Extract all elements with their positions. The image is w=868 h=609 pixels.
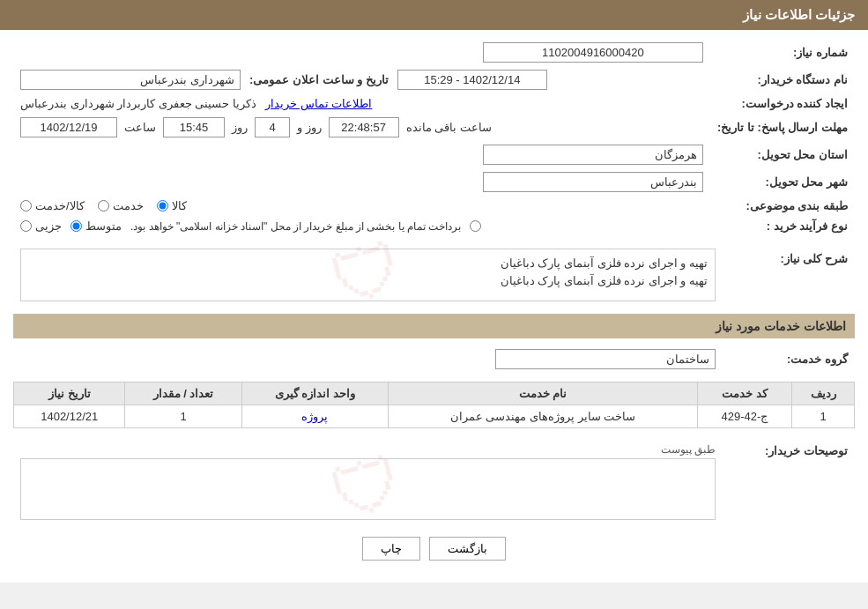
creator-value: ذکریا حسینی جعفری کاربردار شهرداری بندرع… (20, 97, 256, 110)
services-section-title: اطلاعات خدمات مورد نیاز (13, 314, 855, 338)
response-time-label: ساعت (124, 121, 156, 134)
buyer-notes-cell: طبق پیوست 🛡 (13, 437, 723, 524)
cell-service-name: ساخت سایر پروژه‌های مهندسی عمران (389, 405, 697, 428)
response-clock-value: 22:48:57 (329, 117, 399, 137)
services-table: ردیف کد خدمت نام خدمت واحد اندازه گیری ت… (13, 382, 855, 428)
col-service-code: کد خدمت (697, 382, 792, 405)
table-row: شماره نیاز: 1102004916000420 (13, 39, 855, 66)
process-note: برداخت تمام یا بخشی از مبلغ خریدار از مح… (130, 220, 461, 233)
process-radio-2[interactable] (70, 220, 82, 232)
announce-date-label: تاریخ و ساعت اعلان عمومی: (249, 73, 389, 86)
buyer-notes-container: 🛡 (20, 458, 716, 520)
back-button[interactable]: بازگشت (429, 537, 506, 561)
table-row: استان محل تحویل: هرمزگان (13, 141, 855, 168)
category-radio-2[interactable] (98, 200, 109, 212)
process-option-1-label: جزیی (35, 219, 62, 233)
group-value: ساختمان (495, 349, 716, 369)
description-table: شرح کلی نیاز: 🛡 تهیه و اجرای نرده فلزی آ… (13, 245, 855, 305)
category-cell: کالا/خدمت خدمت کالا (13, 196, 710, 216)
table-row: نام دستگاه خریدار: شهرداری بندرعباس تاری… (13, 66, 855, 93)
need-number-value: 1102004916000420 (13, 39, 710, 66)
col-unit: واحد اندازه گیری (241, 382, 389, 405)
response-remaining-label: روز و (297, 121, 322, 134)
city-cell: بندرعباس (13, 168, 710, 196)
cell-date: 1402/12/21 (14, 405, 125, 428)
table-row: 1 ج-42-429 ساخت سایر پروژه‌های مهندسی عم… (14, 405, 855, 428)
process-radio-1[interactable] (20, 220, 32, 232)
category-radio-group: کالا/خدمت خدمت کالا (20, 199, 703, 212)
response-days-label: روز (232, 121, 248, 134)
buttons-row: بازگشت چاپ (13, 537, 855, 561)
category-option-2[interactable]: خدمت (98, 199, 144, 212)
page-title: جزئیات اطلاعات نیاز (743, 7, 855, 22)
page-header: جزئیات اطلاعات نیاز (0, 0, 868, 30)
province-value: هرمزگان (483, 145, 703, 165)
description-text: تهیه و اجرای نرده فلزی آبنمای پارک دباغی… (28, 270, 708, 292)
col-quantity: تعداد / مقدار (125, 382, 241, 405)
category-option-1-label: کالا (172, 199, 187, 212)
cell-service-code: ج-42-429 (697, 405, 792, 428)
contact-link[interactable]: اطلاعات تماس خریدار (265, 97, 372, 110)
table-row: طبقه بندی موضوعی: کالا/خدمت خدمت (13, 196, 855, 216)
col-date: تاریخ نیاز (14, 382, 125, 405)
creator-cell: ذکریا حسینی جعفری کاربردار شهرداری بندرع… (13, 93, 710, 114)
city-label: شهر محل تحویل: (710, 168, 855, 196)
table-row: نوع فرآیند خرید : جزیی متوسط برداخت (13, 216, 855, 236)
table-row: شهر محل تحویل: بندرعباس (13, 168, 855, 196)
col-service-name: نام خدمت (389, 382, 697, 405)
description-value: تهیه و اجرای نرده فلزی آبنمای پارک دباغی… (501, 256, 708, 270)
attachment-label: طبق پیوست (20, 441, 716, 458)
cell-quantity: 1 (125, 405, 241, 428)
response-date-cell: 1402/12/19 ساعت 15:45 روز 4 روز و 22:48:… (13, 114, 710, 141)
buyer-notes-label: توصیحات خریدار: (723, 437, 855, 524)
group-cell: ساختمان (13, 345, 723, 373)
cell-unit: پروژه (241, 405, 389, 428)
need-number-label: شماره نیاز: (710, 39, 855, 66)
buyer-notes-area: 🛡 (20, 458, 716, 520)
category-option-1[interactable]: کالا (157, 199, 187, 212)
info-table: شماره نیاز: 1102004916000420 نام دستگاه … (13, 39, 855, 236)
process-option-1[interactable]: جزیی (20, 219, 62, 233)
print-button[interactable]: چاپ (362, 537, 420, 561)
cell-row-num: 1 (792, 405, 855, 428)
category-option-2-label: خدمت (113, 199, 144, 212)
response-date-value: 1402/12/19 (20, 117, 117, 137)
page-wrapper: جزئیات اطلاعات نیاز شماره نیاز: 11020049… (0, 0, 868, 583)
process-radio-3[interactable] (470, 220, 481, 232)
description-label: شرح کلی نیاز: (723, 245, 855, 305)
group-row: گروه خدمت: ساختمان (13, 345, 855, 373)
category-label: طبقه بندی موضوعی: (710, 196, 855, 216)
description-row: شرح کلی نیاز: 🛡 تهیه و اجرای نرده فلزی آ… (13, 245, 855, 305)
need-number-input: 1102004916000420 (483, 42, 703, 63)
services-table-header: ردیف کد خدمت نام خدمت واحد اندازه گیری ت… (14, 382, 855, 405)
description-area: 🛡 تهیه و اجرای نرده فلزی آبنمای پارک دبا… (20, 249, 716, 301)
description-container: 🛡 تهیه و اجرای نرده فلزی آبنمای پارک دبا… (20, 249, 716, 301)
table-row: مهلت ارسال پاسخ: تا تاریخ: 1402/12/19 سا… (13, 114, 855, 141)
process-option-2-label: متوسط (85, 219, 122, 233)
province-label: استان محل تحویل: (710, 141, 855, 168)
category-option-3-label: کالا/خدمت (35, 199, 85, 212)
buyer-org-label: نام دستگاه خریدار: (710, 66, 855, 93)
main-content: شماره نیاز: 1102004916000420 نام دستگاه … (0, 30, 868, 583)
process-option-2[interactable]: متوسط (70, 219, 122, 233)
province-cell: هرمزگان (13, 141, 710, 168)
group-label: گروه خدمت: (723, 345, 855, 373)
buyer-org-value: شهرداری بندرعباس (20, 70, 241, 90)
creator-label: ایجاد کننده درخواست: (710, 93, 855, 114)
category-radio-3[interactable] (20, 200, 32, 212)
category-radio-1[interactable] (157, 200, 168, 212)
category-option-3[interactable]: کالا/خدمت (20, 199, 85, 212)
process-cell: جزیی متوسط برداخت تمام یا بخشی از مبلغ خ… (13, 216, 710, 236)
response-hours-label: ساعت باقی مانده (406, 121, 492, 134)
table-row: ایجاد کننده درخواست: ذکریا حسینی جعفری ک… (13, 93, 855, 114)
city-value: بندرعباس (483, 172, 703, 192)
response-days-value: 4 (255, 117, 290, 137)
col-row-num: ردیف (792, 382, 855, 405)
buyer-notes-table: توصیحات خریدار: طبق پیوست 🛡 (13, 437, 855, 524)
response-date-label: مهلت ارسال پاسخ: تا تاریخ: (710, 114, 855, 141)
services-info-table: گروه خدمت: ساختمان (13, 345, 855, 373)
buyer-notes-row: توصیحات خریدار: طبق پیوست 🛡 (13, 437, 855, 524)
description-cell: 🛡 تهیه و اجرای نرده فلزی آبنمای پارک دبا… (13, 245, 723, 305)
buyer-org-cell: شهرداری بندرعباس تاریخ و ساعت اعلان عموم… (13, 66, 710, 93)
announce-date-value: 1402/12/14 - 15:29 (397, 70, 547, 90)
